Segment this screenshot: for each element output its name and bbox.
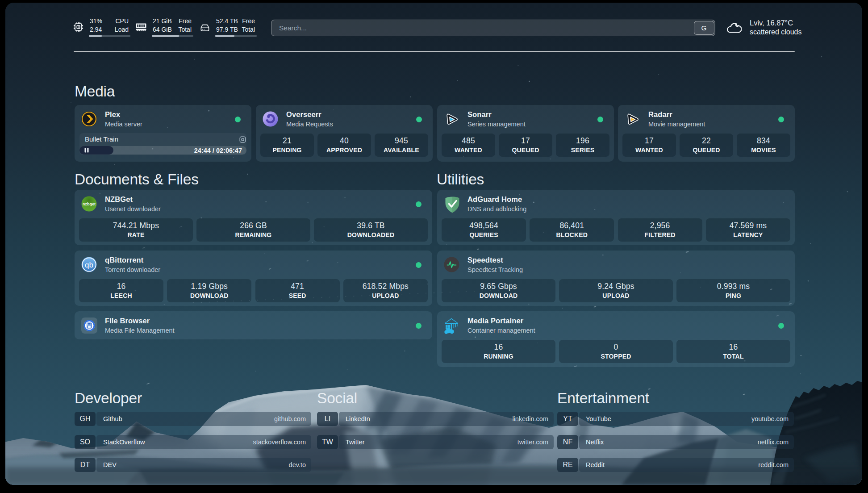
svg-text:nzbget: nzbget (83, 202, 96, 206)
svg-text:qb: qb (85, 261, 93, 269)
